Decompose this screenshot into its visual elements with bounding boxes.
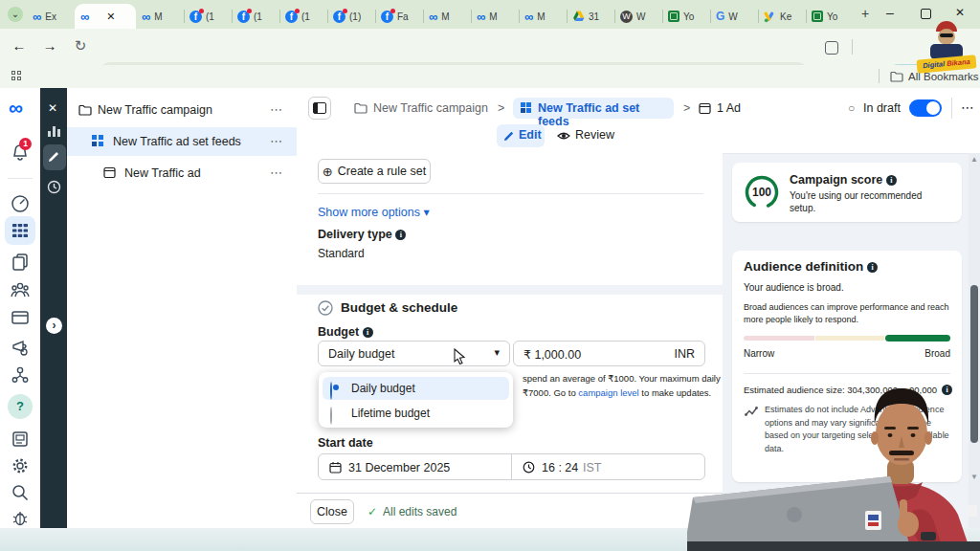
search-icon[interactable] xyxy=(11,483,30,502)
new-tab-button[interactable]: + xyxy=(861,6,869,21)
tab-label: Fa xyxy=(397,11,409,22)
connections-nodes-icon[interactable] xyxy=(11,365,30,385)
audience-divider xyxy=(744,373,950,374)
create-rule-set-button[interactable]: ⊕ Create a rule set xyxy=(318,159,431,184)
settings-gear-icon[interactable] xyxy=(11,456,30,475)
budget-section-title: Budget & schedule xyxy=(341,300,457,315)
overflow-icon[interactable]: ⋯ xyxy=(270,134,283,148)
info-icon[interactable]: i xyxy=(363,327,373,338)
facebook-icon: f xyxy=(285,11,298,23)
breadcrumb-campaign[interactable]: New Traffic campaign xyxy=(373,101,488,115)
collapse-panel-button[interactable] xyxy=(308,97,331,120)
browser-tab[interactable]: W W xyxy=(614,4,662,29)
budget-amount-input[interactable]: ₹ 1,000.00 INR xyxy=(513,341,705,366)
browser-tab-active[interactable]: ∞ ✕ xyxy=(75,4,136,29)
adset-grid-icon xyxy=(92,135,104,147)
meta-icon: ∞ xyxy=(477,11,485,23)
score-gauge: 100 xyxy=(744,174,780,210)
edit-pencil-icon[interactable] xyxy=(48,150,60,163)
campaign-level-link[interactable]: campaign level xyxy=(578,387,638,398)
browser-tab[interactable]: ∞ Ex xyxy=(27,4,75,29)
ads-megaphone-icon[interactable] xyxy=(11,338,30,357)
browser-toolbar: ← → ↻ adsmanager.facebook.com/adsmanager… xyxy=(0,29,980,65)
browser-tab[interactable]: ∞ M xyxy=(136,4,184,29)
tree-item-adset[interactable]: New Traffic ad set feeds ⋯ xyxy=(67,127,297,156)
browser-tab[interactable]: f (1) xyxy=(327,4,375,29)
meta-icon: ∞ xyxy=(80,11,89,23)
budget-type-select[interactable]: Daily budget ▾ xyxy=(318,341,510,366)
tree-item-ad[interactable]: New Traffic ad ⋯ xyxy=(67,159,297,187)
browser-tab[interactable]: f (1 xyxy=(232,4,279,29)
tab-search-chevron-icon[interactable]: ⌄ xyxy=(8,7,23,22)
info-icon[interactable]: i xyxy=(395,230,406,240)
billing-card-icon[interactable] xyxy=(11,308,30,327)
expand-chevron-button[interactable]: › xyxy=(46,318,62,334)
create-rule-set-label: Create a rule set xyxy=(338,165,426,178)
radio-selected-icon xyxy=(330,382,332,400)
overflow-icon[interactable]: ⋯ xyxy=(270,165,283,180)
back-icon[interactable]: ← xyxy=(10,37,29,54)
facebook-icon: f xyxy=(333,11,345,23)
reload-icon[interactable]: ↻ xyxy=(71,37,90,55)
start-date-input[interactable]: 31 December 2025 16 : 24 IST xyxy=(318,453,705,480)
forward-icon[interactable]: → xyxy=(40,37,59,54)
campaign-score-card: 100 Campaign score i You're using our re… xyxy=(732,163,962,222)
window-close-button[interactable]: ✕ xyxy=(955,6,965,19)
tab-review-label: Review xyxy=(575,128,614,142)
audiences-people-icon[interactable] xyxy=(11,280,30,299)
tree-item-label: New Traffic ad set feeds xyxy=(113,135,241,148)
browser-tab[interactable]: ∞ M xyxy=(423,4,471,29)
audience-definition-title: Audience definition i xyxy=(744,259,878,274)
campaign-score-text: You're using our recommended setup. xyxy=(790,189,922,214)
show-more-options-link[interactable]: Show more options ▾ xyxy=(318,205,430,219)
browser-tab[interactable]: Ke xyxy=(758,4,806,29)
browser-tab[interactable]: f (1 xyxy=(184,4,232,29)
browser-tab[interactable]: ∞ M xyxy=(471,4,519,29)
timezone-label: IST xyxy=(583,461,601,474)
presenter-head xyxy=(876,402,927,465)
ads-reporting-icon[interactable] xyxy=(11,430,30,449)
audience-broad-line: Your audience is broad. xyxy=(744,282,844,293)
scroll-up-icon[interactable]: ▲ xyxy=(970,155,978,164)
browser-tab[interactable]: Yo xyxy=(806,4,854,29)
performance-chart-icon[interactable] xyxy=(48,126,60,137)
report-bug-icon[interactable] xyxy=(11,509,30,528)
browser-tab[interactable]: f (1 xyxy=(279,4,327,29)
narrow-label: Narrow xyxy=(744,348,774,359)
tab-edit[interactable]: Edit xyxy=(497,124,545,147)
menu-option-daily[interactable]: Daily budget xyxy=(323,377,509,400)
window-maximize-button[interactable] xyxy=(921,9,931,19)
info-icon[interactable]: i xyxy=(867,262,878,273)
tree-item-campaign[interactable]: New Traffic campaign ⋯ xyxy=(67,96,297,124)
pages-copy-icon[interactable] xyxy=(11,253,30,272)
browser-tab[interactable]: Yo xyxy=(662,4,710,29)
tab-close-icon[interactable]: ✕ xyxy=(106,11,115,23)
browser-tab[interactable]: G W xyxy=(710,4,758,29)
close-pane-icon[interactable]: ✕ xyxy=(48,101,57,115)
meta-icon: ∞ xyxy=(429,11,437,23)
publish-toggle[interactable] xyxy=(909,99,942,117)
info-icon[interactable]: i xyxy=(886,175,897,186)
breadcrumb-ad[interactable]: 1 Ad xyxy=(717,101,741,115)
close-button[interactable]: Close xyxy=(310,499,354,524)
tab-review[interactable]: Review xyxy=(553,124,620,147)
webcam-overlay xyxy=(687,381,980,551)
apps-grid-icon[interactable] xyxy=(11,71,22,81)
browser-tab[interactable]: ∞ M xyxy=(519,4,567,29)
overview-gauge-icon[interactable] xyxy=(11,193,30,212)
history-clock-icon[interactable] xyxy=(47,180,61,194)
breadcrumb-adset-chip[interactable]: New Traffic ad set feeds xyxy=(513,98,674,119)
extension-icon[interactable] xyxy=(825,41,838,55)
browser-tab[interactable]: f Fa xyxy=(375,4,423,29)
browser-tab[interactable]: 31 xyxy=(567,4,614,29)
ad-doc-icon xyxy=(699,102,711,115)
campaigns-table-icon[interactable] xyxy=(11,221,30,240)
overflow-icon[interactable]: ⋯ xyxy=(270,102,283,117)
tab-label: W xyxy=(636,11,645,22)
card-gap xyxy=(297,285,723,295)
help-button[interactable]: ? xyxy=(8,394,33,419)
menu-option-lifetime[interactable]: Lifetime budget xyxy=(323,402,509,425)
window-minimize-button[interactable]: – xyxy=(886,5,894,20)
overflow-icon[interactable]: ⋯ xyxy=(961,99,975,115)
budget-card: Budget & schedule Budget i Daily budget … xyxy=(297,295,723,493)
